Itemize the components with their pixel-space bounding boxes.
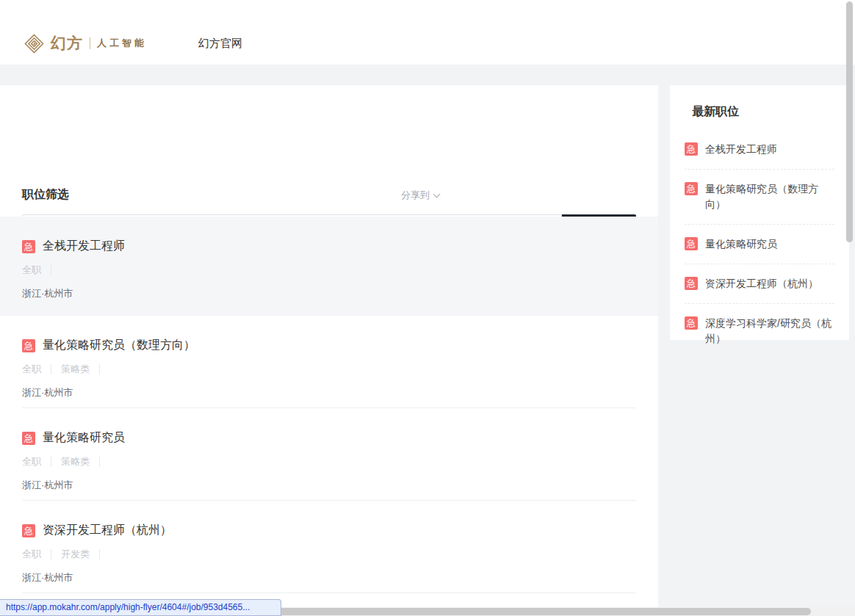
latest-job-label[interactable]: 全栈开发工程师 — [705, 142, 777, 157]
latest-job-label[interactable]: 量化策略研究员 — [705, 236, 777, 252]
latest-jobs-list: 急 全栈开发工程师 急 量化策略研究员（数理方向） 急 量化策略研究员 急 资深… — [685, 130, 834, 358]
job-tag: 全职 — [22, 363, 41, 376]
brand-divider — [90, 37, 90, 49]
job-tag: 策略类 — [61, 363, 90, 376]
urgent-badge: 急 — [22, 524, 35, 537]
urgent-badge: 急 — [22, 432, 35, 445]
job-title[interactable]: 量化策略研究员 — [43, 430, 125, 446]
job-list-panel: 急 全栈开发工程师 全职 浙江·杭州市 急 量化策略研究员（数理方向） 全职 策… — [0, 217, 658, 616]
job-tag: 开发类 — [61, 548, 90, 561]
tag-divider — [51, 364, 51, 374]
urgent-badge: 急 — [685, 142, 698, 156]
job-tags: 全职 开发类 — [22, 548, 636, 561]
share-dropdown[interactable]: 分享到 — [401, 189, 439, 202]
job-tags: 全职 策略类 — [22, 455, 636, 468]
job-list-item[interactable]: 急 量化策略研究员 全职 策略类 浙江·杭州市 — [0, 408, 658, 500]
page: 幻方 人工智能 幻方官网 职位筛选 分享到 搜索职位 工作地点 ▼ 职能类型 ▼… — [0, 0, 855, 616]
filter-panel-title: 职位筛选 — [22, 187, 69, 203]
urgent-badge: 急 — [685, 237, 698, 250]
vertical-scrollbar-thumb[interactable] — [846, 1, 853, 242]
tag-divider — [51, 457, 51, 467]
tag-divider — [99, 364, 100, 374]
brand-logo[interactable]: 幻方 人工智能 — [24, 33, 147, 54]
job-tag: 全职 — [22, 264, 41, 277]
brand-name: 幻方 — [51, 33, 83, 54]
job-list-item[interactable]: 急 资深开发工程师（杭州） 全职 开发类 浙江·杭州市 — [0, 501, 658, 593]
share-label: 分享到 — [401, 189, 430, 202]
tag-divider — [99, 549, 100, 559]
tag-divider — [51, 265, 51, 275]
urgent-badge: 急 — [685, 182, 698, 195]
urgent-badge: 急 — [685, 316, 698, 330]
job-title[interactable]: 资深开发工程师（杭州） — [43, 523, 172, 538]
brand-tagline: 人工智能 — [97, 37, 147, 50]
job-list-item[interactable]: 急 量化策略研究员（数理方向） 全职 策略类 浙江·杭州市 — [0, 316, 658, 407]
nav-official-site-link[interactable]: 幻方官网 — [198, 37, 242, 51]
tag-divider — [99, 457, 100, 467]
job-location: 浙江·杭州市 — [22, 386, 636, 399]
job-list-item[interactable]: 急 全栈开发工程师 全职 浙江·杭州市 — [0, 217, 658, 316]
status-url-bubble: https://app.mokahr.com/apply/high-flyer/… — [0, 599, 281, 616]
latest-job-item[interactable]: 急 量化策略研究员 — [685, 225, 834, 264]
job-tag: 全职 — [22, 455, 41, 468]
job-title[interactable]: 全栈开发工程师 — [43, 239, 125, 254]
latest-job-label[interactable]: 量化策略研究员（数理方向） — [705, 181, 834, 212]
latest-job-label[interactable]: 深度学习科学家/研究员（杭州） — [705, 316, 834, 347]
diamond-logo-icon — [24, 34, 44, 54]
latest-job-item[interactable]: 急 深度学习科学家/研究员（杭州） — [685, 304, 834, 358]
urgent-badge: 急 — [685, 277, 698, 290]
job-tag: 全职 — [22, 548, 41, 561]
urgent-badge: 急 — [22, 240, 35, 253]
latest-jobs-panel: 最新职位 急 全栈开发工程师 急 量化策略研究员（数理方向） 急 量化策略研究员… — [670, 85, 849, 340]
job-filter-panel: 职位筛选 分享到 搜索职位 工作地点 ▼ 职能类型 ▼ 职位性质 ▼ — [0, 85, 658, 217]
job-location: 浙江·杭州市 — [22, 571, 636, 584]
latest-jobs-title: 最新职位 — [685, 104, 834, 120]
job-tags: 全职 策略类 — [22, 363, 636, 376]
latest-job-label[interactable]: 资深开发工程师（杭州） — [705, 276, 818, 291]
latest-job-item[interactable]: 急 资深开发工程师（杭州） — [685, 264, 834, 304]
latest-job-item[interactable]: 急 量化策略研究员（数理方向） — [685, 170, 834, 225]
job-divider — [22, 593, 636, 593]
job-tag: 策略类 — [61, 455, 90, 468]
latest-job-item[interactable]: 急 全栈开发工程师 — [685, 130, 834, 170]
urgent-badge: 急 — [22, 339, 35, 352]
job-title[interactable]: 量化策略研究员（数理方向） — [43, 338, 195, 353]
tag-divider — [51, 549, 51, 559]
top-header: 幻方 人工智能 幻方官网 — [0, 0, 855, 65]
job-location: 浙江·杭州市 — [22, 287, 636, 300]
job-tags: 全职 — [22, 264, 636, 277]
job-location: 浙江·杭州市 — [22, 479, 636, 492]
chevron-down-icon — [433, 191, 441, 198]
